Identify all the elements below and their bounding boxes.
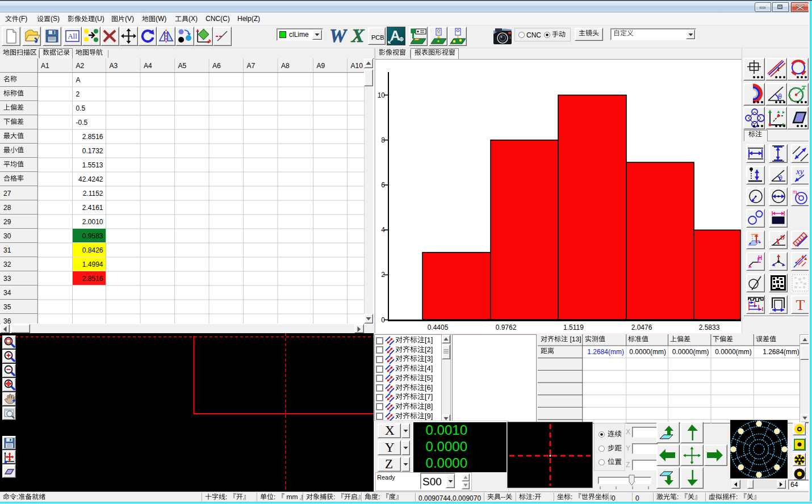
svg-text:D: D: [780, 234, 785, 241]
svg-text:A: A: [390, 28, 400, 43]
svg-text:T: T: [796, 297, 805, 313]
svg-text:θ: θ: [779, 175, 782, 182]
svg-text:All: All: [68, 32, 77, 40]
svg-text:X: X: [351, 27, 365, 45]
svg-text:W: W: [329, 27, 348, 45]
svg-text:m: m: [793, 189, 797, 195]
svg-text:xy: xy: [796, 167, 804, 176]
svg-text:H: H: [758, 255, 762, 261]
svg-text:θ: θ: [778, 93, 782, 101]
